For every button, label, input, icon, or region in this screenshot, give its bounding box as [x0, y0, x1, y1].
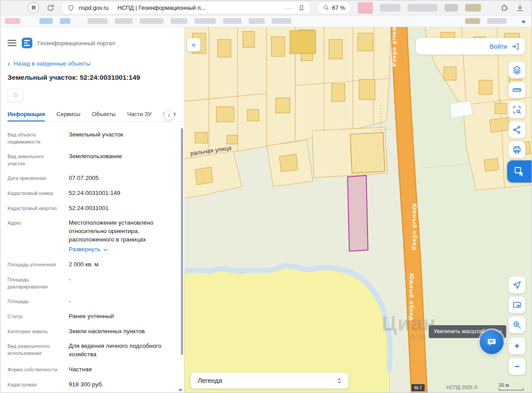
- field-label: Дата присвоения: [8, 174, 62, 183]
- redacted-profile-block: [465, 4, 481, 12]
- tab-title: НСПД | Геоинформационный п...: [117, 4, 281, 11]
- frame-icon: [512, 300, 522, 310]
- map-tools-bottom: [509, 276, 525, 333]
- url-text[interactable]: nspd.gov.ru: [79, 4, 109, 11]
- share-button[interactable]: [509, 121, 525, 138]
- bookmarks-overflow-button[interactable]: »: [522, 17, 525, 25]
- zoom-out-button[interactable]: −: [509, 358, 525, 375]
- map-container: Южный обход Южный обход Южный обход М-7 …: [184, 27, 532, 393]
- chevron-updown-icon[interactable]: [336, 377, 343, 385]
- field-label: Форма собственности: [8, 366, 62, 374]
- map-canvas[interactable]: Южный обход Южный обход Южный обход М-7 …: [184, 27, 532, 393]
- redacted-bookmark[interactable]: [60, 18, 70, 24]
- panel-header: Геоинформационный портал: [8, 38, 184, 48]
- download-button[interactable]: [516, 4, 524, 12]
- login-icon: [511, 42, 520, 51]
- identify-icon: [513, 166, 525, 178]
- field-value: 52:24:0031001:149: [69, 189, 172, 198]
- field-label: Площадь уточненная: [8, 261, 62, 269]
- menu-button[interactable]: [8, 40, 16, 46]
- legend-bar[interactable]: Легенда: [191, 373, 348, 389]
- redacted-bookmark[interactable]: [487, 18, 507, 24]
- field-value: Для ведения личного подсобного хозяйства: [69, 342, 172, 359]
- back-link[interactable]: ‹ Назад в найденные объекты: [8, 60, 184, 67]
- field-label: Площадь декларированная: [8, 276, 62, 291]
- yandex-browser-icon[interactable]: Я: [28, 2, 39, 13]
- map-copyright: НСПД 2025 ©: [446, 385, 477, 390]
- tab-Части ЗУ[interactable]: Части ЗУ: [127, 111, 152, 121]
- field-row: Площадь-: [8, 297, 172, 306]
- field-label: Кадастровая: [8, 381, 62, 389]
- address-bar[interactable]: nspd.gov.ru НСПД | Геоинформационный п..…: [62, 2, 310, 14]
- overflow-menu-icon[interactable]: ···: [286, 4, 293, 12]
- redacted-profile-block: [380, 4, 400, 12]
- field-label: Категория земель: [8, 327, 62, 336]
- field-row: АдресМестоположение установлено относите…: [8, 219, 172, 254]
- field-value: Ранее учтенный: [69, 312, 172, 321]
- navigate-icon: [512, 280, 522, 290]
- panel-scrollbar[interactable]: [181, 128, 183, 355]
- tabs-scroll-button[interactable]: ›: [164, 110, 174, 121]
- redacted-bookmark[interactable]: [5, 18, 20, 24]
- frame-button[interactable]: [509, 296, 525, 313]
- redacted-bookmark[interactable]: [195, 18, 216, 24]
- field-row: Площадь декларированная-: [8, 276, 172, 291]
- login-bar[interactable]: Войти: [416, 38, 525, 54]
- tab-Сервисы[interactable]: Сервисы: [56, 111, 80, 121]
- bookmark-icon[interactable]: [298, 4, 305, 12]
- redacted-bookmark[interactable]: [272, 18, 291, 24]
- redacted-bookmark[interactable]: [223, 18, 242, 24]
- selected-parcel[interactable]: [348, 175, 368, 251]
- ruler-button[interactable]: [509, 82, 525, 98]
- login-label[interactable]: Войти: [490, 43, 507, 50]
- redacted-bookmark[interactable]: [171, 18, 188, 24]
- chat-icon: [486, 336, 497, 348]
- redacted-bookmark[interactable]: [140, 18, 164, 24]
- shield-icon: [67, 4, 74, 12]
- extensions-icon[interactable]: [500, 4, 509, 12]
- favorite-button[interactable]: ☆: [8, 89, 23, 102]
- collapse-icon: «: [192, 41, 196, 48]
- navigate-button[interactable]: [509, 276, 525, 293]
- scrollbar-down-button[interactable]: [178, 389, 183, 392]
- redacted-profile-block: [445, 4, 458, 12]
- expand-link[interactable]: Развернуть: [69, 245, 172, 254]
- field-label: Площадь: [8, 297, 62, 306]
- field-row: Кадастровый квартал52:24:0031001: [8, 204, 172, 213]
- redacted-bookmark[interactable]: [87, 18, 108, 24]
- legend-label: Легенда: [198, 377, 336, 384]
- layers-button[interactable]: [509, 62, 525, 78]
- zoom-search-button[interactable]: [509, 316, 525, 333]
- refresh-button[interactable]: [46, 4, 55, 12]
- field-label: Адрес: [8, 219, 62, 254]
- zoom-in-button[interactable]: +: [509, 338, 525, 354]
- field-row: Дата присвоения07.07.2005: [8, 174, 172, 183]
- star-icon: ☆: [12, 91, 19, 99]
- redacted-profile-block: [358, 2, 373, 14]
- field-value: 07.07.2005: [69, 174, 172, 183]
- page-zoom-indicator[interactable]: 67 %: [317, 2, 351, 14]
- redacted-profile-block: [407, 4, 438, 12]
- redacted-bookmark[interactable]: [465, 18, 480, 24]
- field-label: Статус: [8, 312, 62, 321]
- tab-Информация[interactable]: Информация: [8, 111, 45, 121]
- ruler-icon: [512, 85, 522, 95]
- road-badge: М-7: [414, 385, 422, 390]
- redacted-bookmark[interactable]: [115, 18, 133, 24]
- redacted-bookmark[interactable]: [249, 18, 265, 24]
- road-label: Южный обход: [408, 273, 415, 320]
- collapse-panel-button[interactable]: «: [187, 38, 200, 51]
- field-row: Форма собственностиЧастная: [8, 366, 172, 374]
- redacted-bookmark[interactable]: [39, 18, 53, 24]
- object-search-icon: [512, 105, 522, 115]
- tab-Объекты[interactable]: Объекты: [92, 111, 116, 121]
- identify-tool-button[interactable]: [507, 160, 532, 183]
- object-search-button[interactable]: [509, 101, 525, 118]
- field-row: Вид объекта недвижимостиЗемельный участо…: [8, 131, 172, 146]
- chat-button[interactable]: [480, 330, 504, 354]
- map-scale: 20 м: [499, 382, 524, 390]
- field-label: Вид земельного участка: [8, 152, 62, 167]
- print-button[interactable]: [509, 141, 525, 158]
- fields-list: Вид объекта недвижимостиЗемельный участо…: [8, 131, 184, 389]
- back-link-label: Назад в найденные объекты: [14, 60, 90, 67]
